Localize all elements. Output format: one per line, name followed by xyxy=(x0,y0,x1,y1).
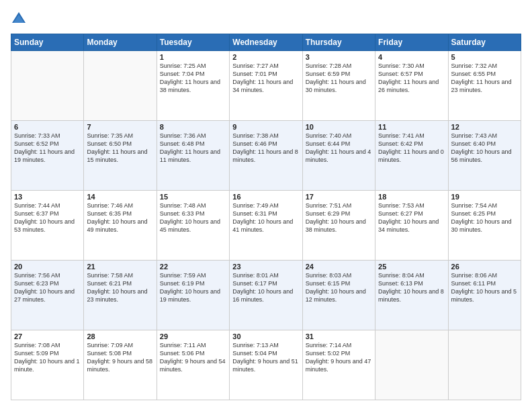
calendar-cell: 27Sunrise: 7:08 AMSunset: 5:09 PMDayligh… xyxy=(11,330,84,400)
day-number: 22 xyxy=(160,263,226,271)
day-info: Sunrise: 7:51 AMSunset: 6:29 PMDaylight:… xyxy=(306,201,372,234)
calendar-cell: 5Sunrise: 7:32 AMSunset: 6:55 PMDaylight… xyxy=(448,51,521,121)
calendar-cell: 14Sunrise: 7:46 AMSunset: 6:35 PMDayligh… xyxy=(84,191,157,261)
calendar-cell: 19Sunrise: 7:54 AMSunset: 6:25 PMDayligh… xyxy=(448,191,521,261)
day-info: Sunrise: 7:35 AMSunset: 6:50 PMDaylight:… xyxy=(87,132,153,165)
col-header-thursday: Thursday xyxy=(302,34,375,51)
logo-icon xyxy=(11,11,27,27)
day-number: 24 xyxy=(306,263,372,271)
header xyxy=(11,11,521,27)
day-number: 17 xyxy=(306,193,372,201)
day-info: Sunrise: 7:46 AMSunset: 6:35 PMDaylight:… xyxy=(87,201,153,234)
calendar-cell: 21Sunrise: 7:58 AMSunset: 6:21 PMDayligh… xyxy=(84,261,157,330)
day-number: 23 xyxy=(232,263,299,271)
day-info: Sunrise: 7:44 AMSunset: 6:37 PMDaylight:… xyxy=(14,201,81,234)
calendar-cell: 18Sunrise: 7:53 AMSunset: 6:27 PMDayligh… xyxy=(375,191,448,261)
day-info: Sunrise: 8:04 AMSunset: 6:13 PMDaylight:… xyxy=(378,271,445,304)
day-info: Sunrise: 7:49 AMSunset: 6:31 PMDaylight:… xyxy=(232,201,299,234)
calendar-cell: 22Sunrise: 7:59 AMSunset: 6:19 PMDayligh… xyxy=(157,261,229,330)
day-info: Sunrise: 7:56 AMSunset: 6:23 PMDaylight:… xyxy=(14,271,81,304)
calendar-cell: 15Sunrise: 7:48 AMSunset: 6:33 PMDayligh… xyxy=(157,191,229,261)
day-number: 3 xyxy=(306,53,372,61)
calendar-cell: 17Sunrise: 7:51 AMSunset: 6:29 PMDayligh… xyxy=(302,191,375,261)
calendar-cell xyxy=(375,330,448,400)
calendar-cell: 20Sunrise: 7:56 AMSunset: 6:23 PMDayligh… xyxy=(11,261,84,330)
col-header-wednesday: Wednesday xyxy=(230,34,302,51)
calendar-cell: 10Sunrise: 7:40 AMSunset: 6:44 PMDayligh… xyxy=(302,121,375,191)
calendar-table: SundayMondayTuesdayWednesdayThursdayFrid… xyxy=(11,34,521,400)
calendar-cell: 2Sunrise: 7:27 AMSunset: 7:01 PMDaylight… xyxy=(230,51,302,121)
calendar-cell xyxy=(448,330,521,400)
calendar-cell: 8Sunrise: 7:36 AMSunset: 6:48 PMDaylight… xyxy=(157,121,229,191)
day-number: 9 xyxy=(232,123,299,131)
day-number: 27 xyxy=(14,332,81,340)
day-info: Sunrise: 7:13 AMSunset: 5:04 PMDaylight:… xyxy=(232,341,299,374)
day-number: 12 xyxy=(451,123,518,131)
calendar-cell: 29Sunrise: 7:11 AMSunset: 5:06 PMDayligh… xyxy=(157,330,229,400)
calendar-week-3: 13Sunrise: 7:44 AMSunset: 6:37 PMDayligh… xyxy=(11,191,521,261)
calendar-cell: 28Sunrise: 7:09 AMSunset: 5:08 PMDayligh… xyxy=(84,330,157,400)
day-number: 1 xyxy=(160,53,226,61)
day-number: 14 xyxy=(87,193,153,201)
calendar-week-1: 1Sunrise: 7:25 AMSunset: 7:04 PMDaylight… xyxy=(11,51,521,121)
col-header-saturday: Saturday xyxy=(448,34,521,51)
calendar-cell: 1Sunrise: 7:25 AMSunset: 7:04 PMDaylight… xyxy=(157,51,229,121)
calendar-cell: 6Sunrise: 7:33 AMSunset: 6:52 PMDaylight… xyxy=(11,121,84,191)
day-number: 10 xyxy=(306,123,372,131)
day-number: 26 xyxy=(451,263,518,271)
calendar-cell: 16Sunrise: 7:49 AMSunset: 6:31 PMDayligh… xyxy=(230,191,302,261)
calendar-cell: 23Sunrise: 8:01 AMSunset: 6:17 PMDayligh… xyxy=(230,261,302,330)
col-header-tuesday: Tuesday xyxy=(157,34,229,51)
calendar-cell: 9Sunrise: 7:38 AMSunset: 6:46 PMDaylight… xyxy=(230,121,302,191)
calendar-cell: 3Sunrise: 7:28 AMSunset: 6:59 PMDaylight… xyxy=(302,51,375,121)
col-header-friday: Friday xyxy=(375,34,448,51)
day-info: Sunrise: 7:28 AMSunset: 6:59 PMDaylight:… xyxy=(306,62,372,95)
day-number: 19 xyxy=(451,193,518,201)
calendar-week-2: 6Sunrise: 7:33 AMSunset: 6:52 PMDaylight… xyxy=(11,121,521,191)
day-info: Sunrise: 7:25 AMSunset: 7:04 PMDaylight:… xyxy=(160,62,226,95)
calendar-cell: 4Sunrise: 7:30 AMSunset: 6:57 PMDaylight… xyxy=(375,51,448,121)
day-info: Sunrise: 7:53 AMSunset: 6:27 PMDaylight:… xyxy=(378,201,445,234)
day-number: 31 xyxy=(306,332,372,340)
day-info: Sunrise: 8:06 AMSunset: 6:11 PMDaylight:… xyxy=(451,271,518,304)
logo xyxy=(11,11,30,27)
calendar-cell: 25Sunrise: 8:04 AMSunset: 6:13 PMDayligh… xyxy=(375,261,448,330)
day-info: Sunrise: 7:36 AMSunset: 6:48 PMDaylight:… xyxy=(160,132,226,165)
day-number: 16 xyxy=(232,193,299,201)
calendar-cell xyxy=(84,51,157,121)
day-info: Sunrise: 7:48 AMSunset: 6:33 PMDaylight:… xyxy=(160,201,226,234)
day-info: Sunrise: 7:11 AMSunset: 5:06 PMDaylight:… xyxy=(160,341,226,374)
day-number: 4 xyxy=(378,53,445,61)
day-number: 28 xyxy=(87,332,153,340)
day-info: Sunrise: 8:03 AMSunset: 6:15 PMDaylight:… xyxy=(306,271,372,304)
day-number: 18 xyxy=(378,193,445,201)
calendar-cell: 31Sunrise: 7:14 AMSunset: 5:02 PMDayligh… xyxy=(302,330,375,400)
col-header-monday: Monday xyxy=(84,34,157,51)
calendar-cell: 11Sunrise: 7:41 AMSunset: 6:42 PMDayligh… xyxy=(375,121,448,191)
day-info: Sunrise: 7:41 AMSunset: 6:42 PMDaylight:… xyxy=(378,132,445,165)
day-number: 25 xyxy=(378,263,445,271)
day-info: Sunrise: 7:38 AMSunset: 6:46 PMDaylight:… xyxy=(232,132,299,165)
day-number: 8 xyxy=(160,123,226,131)
day-info: Sunrise: 7:32 AMSunset: 6:55 PMDaylight:… xyxy=(451,62,518,95)
day-info: Sunrise: 7:33 AMSunset: 6:52 PMDaylight:… xyxy=(14,132,81,165)
calendar-cell: 30Sunrise: 7:13 AMSunset: 5:04 PMDayligh… xyxy=(230,330,302,400)
col-header-sunday: Sunday xyxy=(11,34,84,51)
day-number: 20 xyxy=(14,263,81,271)
day-number: 15 xyxy=(160,193,226,201)
calendar-week-5: 27Sunrise: 7:08 AMSunset: 5:09 PMDayligh… xyxy=(11,330,521,400)
calendar-cell: 12Sunrise: 7:43 AMSunset: 6:40 PMDayligh… xyxy=(448,121,521,191)
calendar-header-row: SundayMondayTuesdayWednesdayThursdayFrid… xyxy=(11,34,521,51)
calendar-cell: 13Sunrise: 7:44 AMSunset: 6:37 PMDayligh… xyxy=(11,191,84,261)
day-number: 29 xyxy=(160,332,226,340)
calendar-cell xyxy=(11,51,84,121)
day-number: 13 xyxy=(14,193,81,201)
day-info: Sunrise: 7:40 AMSunset: 6:44 PMDaylight:… xyxy=(306,132,372,165)
day-info: Sunrise: 7:09 AMSunset: 5:08 PMDaylight:… xyxy=(87,341,153,374)
day-info: Sunrise: 7:27 AMSunset: 7:01 PMDaylight:… xyxy=(232,62,299,95)
calendar-cell: 7Sunrise: 7:35 AMSunset: 6:50 PMDaylight… xyxy=(84,121,157,191)
day-number: 11 xyxy=(378,123,445,131)
day-info: Sunrise: 7:14 AMSunset: 5:02 PMDaylight:… xyxy=(306,341,372,374)
day-number: 5 xyxy=(451,53,518,61)
day-info: Sunrise: 8:01 AMSunset: 6:17 PMDaylight:… xyxy=(232,271,299,304)
